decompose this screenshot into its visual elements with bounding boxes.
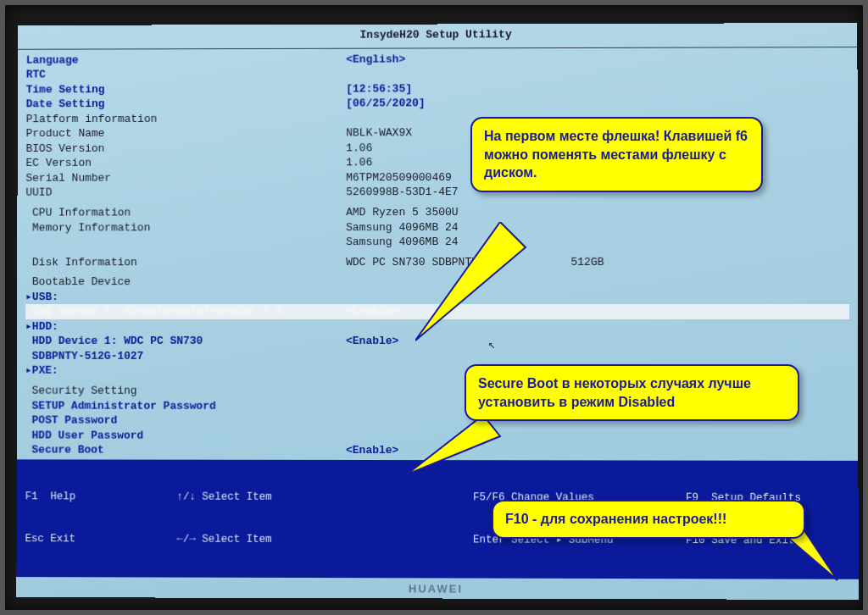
pxe-submenu[interactable]: ▸PXE: [25,363,346,379]
annotation-tail-1 [415,222,534,349]
svg-marker-1 [407,415,500,474]
hdd-device[interactable]: HDD Device 1: WDC PC SN730 [25,334,346,349]
product-label: Product Name [26,126,347,141]
post-password[interactable]: POST Password [25,413,346,429]
ec-label: EC Version [26,156,347,171]
time-label[interactable]: Time Setting [26,81,347,97]
serial-label: Serial Number [25,170,346,186]
annotation-f10-save: F10 - для сохранения настроек!!! [492,500,805,539]
usb-device-selected[interactable]: USB Device 1: KingstonDataTraveler 2.0 [25,304,346,319]
svg-marker-0 [415,222,526,341]
hdd-device-2: SDBPNTY-512G-1027 [25,349,346,364]
platform-label: Platform information [26,111,347,126]
utility-title: InsydeH20 Setup Utility [18,23,858,49]
date-value[interactable]: [06/25/2020] [346,95,849,111]
usb-submenu[interactable]: ▸USB: [25,290,346,305]
language-label[interactable]: Language [26,52,347,67]
bootable-label: Bootable Device [25,274,346,290]
time-value[interactable]: [12:56:35] [346,80,849,97]
disk-label: Disk Information [25,255,346,270]
bios-label: BIOS Version [26,141,347,156]
setup-admin-password[interactable]: SETUP Administrator Password [25,398,346,413]
date-label[interactable]: Date Setting [26,97,347,112]
f1-help: F1 Help [25,490,177,504]
brand-logo: HUAWEI [16,581,858,598]
memory-label: Memory Information [25,220,346,235]
annotation-usb-first: На первом месте флешка! Клавишей f6 можн… [470,117,763,192]
cpu-label: CPU Information [25,205,346,220]
cpu-value: AMD Ryzen 5 3500U [346,205,849,220]
select-item-vert: ↑/↓ Select Item [177,490,473,505]
secure-boot[interactable]: Secure Boot [25,443,346,458]
hdd-submenu[interactable]: ▸HDD: [25,319,346,335]
annotation-tail-2 [407,415,509,483]
annotation-secure-boot: Secure Boot в некоторых случаях лучше ус… [465,364,799,421]
select-item-horiz: ←/→ Select Item [176,533,473,548]
esc-exit: Esc Exit [25,533,176,547]
rtc-label: RTC [26,67,347,82]
security-label: Security Setting [25,384,346,399]
hdd-user-password[interactable]: HDD User Password [25,428,346,443]
uuid-label: UUID [25,186,346,201]
language-value[interactable]: <English> [346,51,849,67]
